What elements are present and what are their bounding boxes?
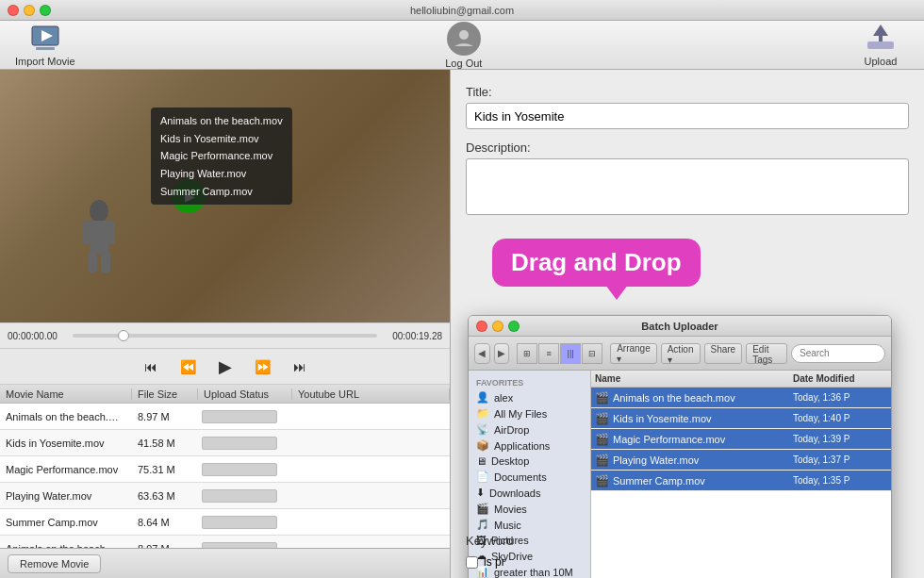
table-row[interactable]: Summer Camp.mov 8.64 M xyxy=(0,509,450,536)
finder-edit-tags-button[interactable]: Edit Tags xyxy=(746,343,787,364)
sidebar-item-all-my-files[interactable]: 📁 All My Files xyxy=(469,405,590,421)
file-type-icon: 🎬 xyxy=(595,433,609,446)
sidebar-item-desktop[interactable]: 🖥 Desktop xyxy=(469,454,590,469)
finder-name-header: Name xyxy=(595,373,793,384)
file-size-cell: 63.63 M xyxy=(132,490,198,502)
finder-file-row[interactable]: 🎬 Animals on the beach.mov Today, 1:36 P xyxy=(591,388,891,408)
file-size-cell: 41.58 M xyxy=(132,438,198,449)
checkbox-label: is pr xyxy=(484,555,505,569)
finder-file-row[interactable]: 🎬 Summer Camp.mov Today, 1:35 P xyxy=(591,471,891,491)
remove-movie-button[interactable]: Remove Movie xyxy=(8,554,101,573)
finder-window-controls xyxy=(476,321,520,332)
file-size-cell: 8.97 M xyxy=(132,411,198,422)
svg-rect-11 xyxy=(88,252,97,272)
file-type-icon: 🎬 xyxy=(595,391,609,405)
app-toolbar: Import Movie Log Out Upload xyxy=(0,21,924,70)
svg-point-3 xyxy=(459,30,469,40)
sidebar-item-movies[interactable]: 🎬 Movies xyxy=(469,501,590,517)
drag-drop-bubble: Drag and Drop xyxy=(492,239,701,287)
video-progress-bar[interactable] xyxy=(73,334,377,338)
left-panel: ▶ Animals on the beach.mov Kids in Yosem… xyxy=(0,70,451,578)
person-silhouette xyxy=(75,200,123,275)
description-input[interactable] xyxy=(466,158,909,215)
finder-file-name: 🎬 Summer Camp.mov xyxy=(595,474,793,487)
finder-titlebar: Batch Uploader xyxy=(469,316,891,337)
upload-status-cell xyxy=(198,489,292,503)
keywords-label: Keyword xyxy=(466,534,514,548)
title-input[interactable] xyxy=(466,103,909,129)
finder-back-button[interactable]: ◀ xyxy=(474,343,490,364)
time-start: 00:00:00.00 xyxy=(8,331,69,341)
window-title: helloliubin@gmail.com xyxy=(410,5,514,16)
sidebar-item-label: AirDrop xyxy=(494,424,529,436)
time-end: 00:00:19.28 xyxy=(381,331,442,341)
sidebar-item-icon: 🎵 xyxy=(476,519,489,531)
is-pr-checkbox[interactable] xyxy=(466,556,478,569)
finder-file-name: 🎬 Playing Water.mov xyxy=(595,454,793,467)
main-content: ▶ Animals on the beach.mov Kids in Yosem… xyxy=(0,70,924,578)
import-movie-button[interactable]: Import Movie xyxy=(15,23,75,67)
upload-progress-bar xyxy=(202,489,277,503)
svg-rect-12 xyxy=(101,252,110,272)
finder-file-row[interactable]: 🎬 Kids in Yosemite.mov Today, 1:40 P xyxy=(591,408,891,429)
finder-date-header: Date Modified xyxy=(793,373,887,384)
table-header: Movie Name File Size Upload Status Youtu… xyxy=(0,385,450,404)
finder-coverflow-button[interactable]: ⊟ xyxy=(582,343,602,364)
finder-icon-view-button[interactable]: ⊞ xyxy=(517,343,537,364)
sidebar-item-applications[interactable]: 📦 Applications xyxy=(469,438,590,454)
upload-progress-bar xyxy=(202,516,277,529)
rewind-button[interactable]: ⏪ xyxy=(174,357,202,376)
file-type-icon: 🎬 xyxy=(595,454,609,467)
finder-file-name: 🎬 Magic Performance.mov xyxy=(595,433,793,446)
finder-file-row[interactable]: 🎬 Magic Performance.mov Today, 1:39 P xyxy=(591,429,891,450)
table-row[interactable]: Kids in Yosemite.mov 41.58 M xyxy=(0,430,450,456)
finder-body: FAVORITES 👤 alex 📁 All My Files 📡 AirDro… xyxy=(469,371,891,578)
table-row[interactable]: Playing Water.mov 63.63 M xyxy=(0,483,450,509)
fast-forward-button[interactable]: ⏩ xyxy=(249,357,276,376)
finder-min-button[interactable] xyxy=(492,321,503,332)
finder-action-button[interactable]: Action ▾ xyxy=(661,343,701,364)
finder-window[interactable]: Batch Uploader ◀ ▶ ⊞ ≡ ||| ⊟ Arrange ▾ A… xyxy=(468,315,892,578)
sidebar-item-label: All My Files xyxy=(494,408,547,420)
sidebar-item-music[interactable]: 🎵 Music xyxy=(469,517,590,533)
upload-status-cell xyxy=(198,463,292,476)
svg-rect-4 xyxy=(867,41,894,49)
svg-rect-2 xyxy=(36,47,55,50)
import-movie-icon xyxy=(30,23,60,53)
close-button[interactable] xyxy=(8,5,19,16)
window-controls xyxy=(8,5,51,16)
finder-forward-button[interactable]: ▶ xyxy=(494,343,510,364)
finder-arrange-button[interactable]: Arrange ▾ xyxy=(610,343,657,364)
sidebar-item-airdrop[interactable]: 📡 AirDrop xyxy=(469,421,590,438)
sidebar-item-alex[interactable]: 👤 alex xyxy=(469,389,590,405)
fast-forward-end-button[interactable]: ⏭ xyxy=(288,357,312,376)
file-name-cell: Summer Camp.mov xyxy=(0,517,132,528)
upload-status-cell xyxy=(198,410,292,423)
sidebar-item-downloads[interactable]: ⬇ Downloads xyxy=(469,485,590,501)
finder-list-view-button[interactable]: ≡ xyxy=(538,343,559,364)
finder-search-input[interactable] xyxy=(791,344,885,363)
progress-thumb[interactable] xyxy=(118,330,129,341)
finder-max-button[interactable] xyxy=(508,321,520,332)
finder-close-button[interactable] xyxy=(476,321,487,332)
finder-files: Name Date Modified 🎬 Animals on the beac… xyxy=(591,371,891,578)
finder-share-button[interactable]: Share xyxy=(704,343,743,364)
maximize-button[interactable] xyxy=(40,5,51,16)
table-row[interactable]: Animals on the beach.mov 8.97 M xyxy=(0,404,450,430)
table-row[interactable]: Animals on the beach.mov 8.97 M xyxy=(0,536,450,548)
sidebar-item-documents[interactable]: 📄 Documents xyxy=(469,469,590,485)
svg-rect-8 xyxy=(90,221,108,254)
table-row[interactable]: Magic Performance.mov 75.31 M xyxy=(0,456,450,483)
rewind-start-button[interactable]: ⏮ xyxy=(139,357,163,376)
minimize-button[interactable] xyxy=(24,5,35,16)
file-size-cell: 75.31 M xyxy=(132,464,198,475)
upload-button[interactable]: Upload xyxy=(852,23,909,67)
play-pause-button[interactable]: ▶ xyxy=(213,355,238,379)
right-panel: Title: Description: Drag and Drop Batch … xyxy=(451,70,924,578)
file-name-cell: Kids in Yosemite.mov xyxy=(0,438,132,449)
svg-rect-10 xyxy=(107,221,115,244)
logout-label[interactable]: Log Out xyxy=(445,58,482,69)
svg-point-7 xyxy=(90,200,108,223)
finder-column-view-button[interactable]: ||| xyxy=(560,343,581,364)
finder-file-row[interactable]: 🎬 Playing Water.mov Today, 1:37 P xyxy=(591,450,891,471)
